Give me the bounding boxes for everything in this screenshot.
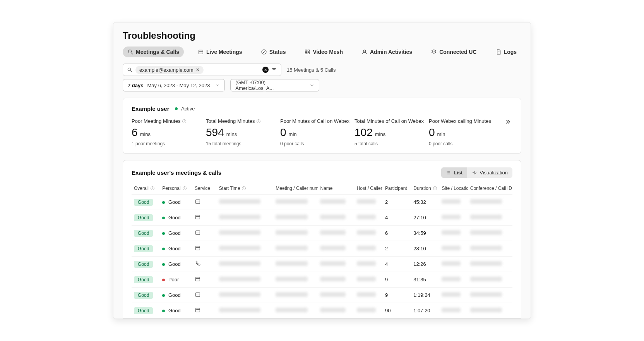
number-cell: [273, 303, 318, 319]
search-chip: example@example.com ✕: [135, 66, 204, 74]
tab-connected-uc[interactable]: Connected UC: [426, 46, 481, 57]
metrics-more-button[interactable]: [503, 118, 512, 125]
svg-rect-2: [199, 50, 203, 54]
column-header[interactable]: Personal: [160, 183, 192, 195]
calendar-icon: [195, 276, 201, 282]
service-cell: [192, 241, 217, 257]
tab-label: Video Mesh: [313, 49, 343, 55]
overall-badge: Good: [134, 261, 153, 268]
metric-label: Poor Minutes of Call on Webex: [280, 118, 341, 124]
clear-search-button[interactable]: ✕: [262, 67, 269, 73]
column-header[interactable]: Site / Locatio: [439, 183, 468, 195]
calendar-icon: [195, 229, 201, 236]
table-row[interactable]: Good Good901:07:20: [132, 303, 512, 319]
tab-logs[interactable]: Logs: [491, 46, 521, 57]
info-icon: [256, 119, 261, 124]
tab-label: Connected UC: [439, 49, 476, 55]
info-icon: [150, 186, 155, 191]
svg-rect-59: [196, 277, 200, 281]
metric-sub: 1 poor meetings: [132, 141, 192, 146]
table-row[interactable]: Good Good412:26: [132, 257, 512, 272]
svg-rect-55: [196, 231, 200, 234]
metric-value: 0min: [429, 126, 489, 139]
column-header[interactable]: Start Time: [217, 183, 274, 195]
user-summary-card: Example user Active Poor Meeting Minutes…: [123, 98, 521, 154]
tabs-more[interactable]: [531, 48, 531, 56]
overall-badge: Good: [134, 245, 153, 252]
host-cell: [355, 241, 383, 257]
filter-icon[interactable]: [271, 67, 277, 73]
column-header[interactable]: Host / Caller: [355, 183, 383, 195]
table-row[interactable]: Good Good228:10: [132, 241, 512, 257]
metric-block: Poor Meeting Minutes 6mins1 poor meeting…: [132, 118, 192, 146]
metric-block: Total Meeting Minutes 594mins15 total me…: [206, 118, 266, 146]
table-row[interactable]: Good Good634:59: [132, 226, 512, 241]
personal-cell: Good: [160, 195, 192, 210]
tab-live-meetings[interactable]: Live Meetings: [193, 46, 247, 57]
personal-cell: Good: [160, 210, 192, 226]
site-cell: [439, 210, 468, 226]
tab-video-mesh[interactable]: Video Mesh: [300, 46, 348, 57]
number-cell: [273, 210, 318, 226]
chip-remove[interactable]: ✕: [196, 67, 200, 72]
number-cell: [273, 241, 318, 257]
host-cell: [355, 226, 383, 241]
column-header[interactable]: Conference / Call ID: [468, 183, 512, 195]
tab-status[interactable]: Status: [256, 46, 291, 57]
column-header[interactable]: Participant: [383, 183, 411, 195]
column-header[interactable]: Overall: [132, 183, 160, 195]
metrics-row: Poor Meeting Minutes 6mins1 poor meeting…: [132, 118, 512, 146]
table-row[interactable]: Good Good245:32: [132, 195, 512, 210]
status-dot-icon: [162, 248, 165, 250]
table-row[interactable]: Good Good91:19:24: [132, 288, 512, 303]
participants-cell: 4: [383, 210, 411, 226]
phone-icon: [195, 260, 201, 267]
duration-cell: 28:10: [411, 241, 439, 257]
tab-admin-activities[interactable]: Admin Activities: [357, 46, 417, 57]
svg-line-1: [131, 53, 133, 54]
user-name: Example user: [132, 105, 170, 112]
metric-block: Poor Webex calling Minutes 0min0 poor ca…: [429, 118, 489, 146]
duration-cell: 1:19:24: [411, 288, 439, 303]
status-dot-icon: [162, 294, 165, 297]
status-dot-icon: [162, 263, 165, 266]
tab-meetings-calls[interactable]: Meetings & Calls: [123, 46, 184, 57]
chip-text: example@example.com: [139, 67, 194, 73]
date-range-selector[interactable]: 7 days May 6, 2023 - May 12, 2023: [123, 79, 225, 91]
name-cell: [318, 195, 354, 210]
table-row[interactable]: Good Good427:10: [132, 210, 512, 226]
svg-rect-6: [308, 50, 310, 52]
timezone-selector[interactable]: (GMT -07:00) America/Los_A...: [230, 79, 319, 91]
view-visualization-button[interactable]: Visualization: [467, 167, 512, 178]
table-row[interactable]: Good Poor931:35: [132, 272, 512, 288]
personal-cell: Poor: [160, 272, 192, 288]
personal-cell: Good: [160, 303, 192, 319]
metric-label: Total Meeting Minutes: [206, 118, 266, 124]
activity-icon: [472, 170, 477, 176]
search-input[interactable]: example@example.com ✕ ✕: [123, 64, 281, 76]
column-header[interactable]: Service: [192, 183, 217, 195]
service-cell: [192, 272, 217, 288]
svg-point-44: [184, 188, 185, 188]
start-time-cell: [217, 195, 274, 210]
metric-label: Poor Meeting Minutes: [132, 118, 192, 124]
conference-id-cell: [468, 257, 512, 272]
start-time-cell: [217, 226, 274, 241]
name-cell: [318, 303, 354, 319]
metric-value: 594mins: [206, 126, 266, 139]
metric-value: 102mins: [355, 126, 415, 139]
column-header[interactable]: Duration: [411, 183, 439, 195]
conference-id-cell: [468, 195, 512, 210]
column-header[interactable]: Meeting / Caller num: [273, 183, 318, 195]
name-cell: [318, 226, 354, 241]
tabs: Meetings & Calls Live Meetings Status Vi…: [113, 46, 531, 64]
column-header[interactable]: Name: [318, 183, 354, 195]
troubleshooting-panel: Troubleshooting Meetings & Calls Live Me…: [113, 22, 531, 319]
view-list-button[interactable]: List: [441, 167, 467, 178]
info-icon: [433, 186, 437, 191]
metric-label: Total Minutes of Call on Webex: [355, 118, 415, 124]
svg-rect-51: [196, 200, 200, 203]
svg-rect-8: [308, 52, 310, 54]
overall-badge: Good: [134, 199, 153, 206]
tab-label: Meetings & Calls: [136, 49, 179, 55]
